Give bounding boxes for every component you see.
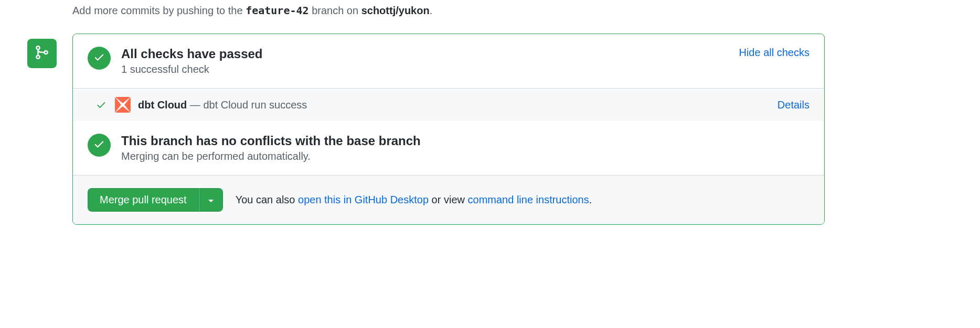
merge-options-dropdown[interactable] bbox=[199, 188, 223, 212]
merge-hint-prefix: You can also bbox=[236, 194, 298, 205]
check-details-link[interactable]: Details bbox=[777, 99, 809, 111]
dbt-cloud-icon bbox=[115, 97, 131, 113]
push-hint-prefix: Add more commits by pushing to the bbox=[72, 5, 246, 16]
checks-subtitle: 1 successful check bbox=[121, 63, 739, 75]
merge-alternatives-hint: You can also open this in GitHub Desktop… bbox=[236, 194, 592, 206]
svg-point-1 bbox=[36, 55, 39, 58]
merge-actions-section: Merge pull request You can also open thi… bbox=[73, 175, 824, 224]
conflicts-section: This branch has no conflicts with the ba… bbox=[73, 121, 824, 175]
merge-status-box: All checks have passed 1 successful chec… bbox=[72, 34, 825, 225]
check-item-row: dbt Cloud — dbt Cloud run success Detail… bbox=[73, 88, 824, 121]
checks-title: All checks have passed bbox=[121, 47, 739, 61]
push-hint-middle: branch on bbox=[309, 5, 361, 16]
check-icon bbox=[93, 51, 105, 65]
check-success-icon bbox=[96, 100, 106, 110]
toggle-checks-link[interactable]: Hide all checks bbox=[739, 47, 809, 59]
check-description: dbt Cloud run success bbox=[203, 99, 307, 111]
conflicts-title: This branch has no conflicts with the ba… bbox=[121, 134, 809, 148]
push-hint-suffix: . bbox=[430, 5, 433, 16]
branch-name: feature-42 bbox=[246, 4, 308, 17]
merge-hint-suffix: . bbox=[589, 194, 592, 205]
caret-down-icon bbox=[208, 194, 214, 206]
repo-name: schottj/yukon bbox=[361, 5, 430, 16]
success-badge bbox=[88, 47, 111, 70]
push-commits-hint: Add more commits by pushing to the featu… bbox=[72, 4, 980, 17]
checks-summary-section: All checks have passed 1 successful chec… bbox=[73, 34, 824, 88]
timeline-merge-badge bbox=[27, 39, 57, 68]
success-badge bbox=[88, 134, 111, 157]
command-line-link[interactable]: command line instructions bbox=[468, 194, 589, 205]
merge-hint-orview: or view bbox=[429, 194, 467, 205]
svg-point-0 bbox=[36, 46, 39, 49]
git-merge-icon bbox=[34, 45, 50, 63]
conflicts-subtitle: Merging can be performed automatically. bbox=[121, 150, 809, 162]
merge-button-group: Merge pull request bbox=[88, 188, 223, 212]
open-desktop-link[interactable]: open this in GitHub Desktop bbox=[298, 194, 429, 205]
check-icon bbox=[93, 138, 105, 152]
check-separator: — bbox=[187, 99, 203, 111]
check-name: dbt Cloud bbox=[138, 99, 187, 111]
svg-point-2 bbox=[44, 50, 47, 53]
merge-pull-request-button[interactable]: Merge pull request bbox=[88, 188, 199, 212]
